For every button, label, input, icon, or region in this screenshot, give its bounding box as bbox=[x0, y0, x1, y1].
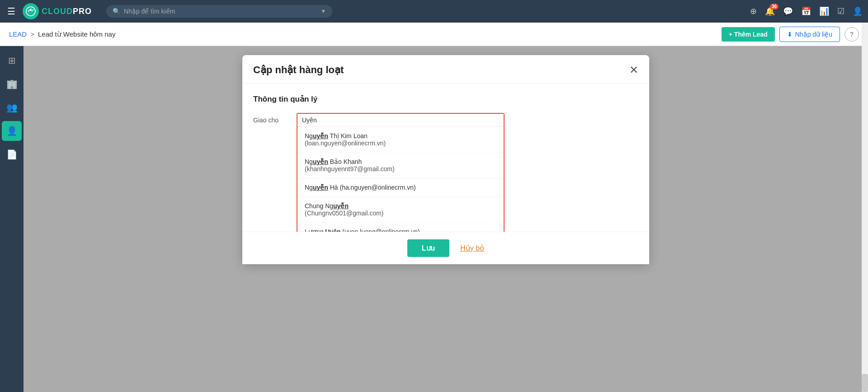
layout: ⊞ 🏢 👥 👤 📄 Cập nhật hàng loạt ✕ bbox=[0, 46, 868, 392]
list-item[interactable]: Nguyễn Hà (ha.nguyen@onlinecrm.vn) bbox=[297, 178, 504, 197]
logo-text: CLOUDPRO bbox=[42, 7, 92, 16]
main-content: Cập nhật hàng loạt ✕ Thông tin quản lý G… bbox=[24, 46, 868, 392]
list-item[interactable]: Nguyễn Bảo Khanh (khanhnguyennt97@gmail.… bbox=[297, 153, 504, 178]
cancel-button[interactable]: Hủy bỏ bbox=[460, 244, 484, 252]
notification-icon[interactable]: 🔔 36 bbox=[765, 6, 775, 16]
sidebar-item-document[interactable]: 📄 bbox=[2, 145, 22, 164]
search-icon: 🔍 bbox=[113, 8, 120, 15]
dropdown-list: Nguyễn Thị Kim Loan (loan.nguyen@onlinec… bbox=[297, 126, 504, 241]
add-lead-button[interactable]: + Thêm Lead bbox=[722, 27, 775, 42]
dropdown-container: Nguyễn Thị Kim Loan (loan.nguyen@onlinec… bbox=[297, 113, 505, 242]
list-item[interactable]: Chung Nguyễn (Chungnv0501@gmail.com) bbox=[297, 197, 504, 223]
search-input[interactable] bbox=[124, 8, 317, 15]
notification-badge: 36 bbox=[770, 4, 778, 9]
add-icon[interactable]: ⊕ bbox=[750, 6, 757, 16]
modal: Cập nhật hàng loạt ✕ Thông tin quản lý G… bbox=[242, 55, 649, 264]
modal-title: Cập nhật hàng loạt bbox=[253, 64, 344, 76]
chat-icon[interactable]: 💬 bbox=[783, 6, 793, 16]
sidebar-item-contacts[interactable]: 👥 bbox=[2, 98, 22, 117]
subbar: LEAD > Lead từ Website hôm nay + Thêm Le… bbox=[0, 23, 868, 46]
search-bar[interactable]: 🔍 ▼ bbox=[106, 5, 332, 18]
list-item[interactable]: Nguyễn Thị Kim Loan (loan.nguyen@onlinec… bbox=[297, 127, 504, 153]
calendar-icon[interactable]: 📅 bbox=[801, 6, 811, 16]
import-icon: ⬇ bbox=[787, 31, 793, 38]
sidebar-item-person[interactable]: 👤 bbox=[2, 121, 22, 141]
breadcrumb-lead[interactable]: LEAD bbox=[9, 30, 27, 38]
person-icon: 👤 bbox=[6, 126, 18, 136]
modal-overlay: Cập nhật hàng loạt ✕ Thông tin quản lý G… bbox=[24, 46, 868, 392]
dropdown-input-row bbox=[297, 114, 504, 126]
search-dropdown-icon: ▼ bbox=[321, 8, 326, 14]
svg-point-1 bbox=[30, 9, 32, 10]
section-title: Thông tin quản lý bbox=[253, 94, 638, 104]
breadcrumb: LEAD > Lead từ Website hôm nay bbox=[9, 30, 115, 38]
modal-header: Cập nhật hàng loạt ✕ bbox=[242, 55, 649, 84]
save-button[interactable]: Lưu bbox=[407, 239, 450, 257]
modal-close-button[interactable]: ✕ bbox=[629, 65, 638, 75]
contacts-icon: 👥 bbox=[6, 102, 18, 113]
breadcrumb-separator: > bbox=[30, 30, 34, 38]
assign-to-input[interactable] bbox=[302, 117, 499, 124]
hamburger-icon[interactable]: ☰ bbox=[5, 4, 17, 19]
page-scrollbar[interactable] bbox=[862, 23, 868, 392]
form-row: Giao cho Nguyễn Thị Kim Loan (loan.nguye bbox=[253, 113, 638, 242]
task-icon[interactable]: ☑ bbox=[837, 6, 844, 16]
logo-icon bbox=[23, 3, 39, 19]
import-data-button[interactable]: ⬇ Nhập dữ liệu bbox=[779, 27, 840, 42]
sidebar-item-dashboard[interactable]: ⊞ bbox=[2, 51, 22, 70]
document-icon: 📄 bbox=[6, 149, 18, 160]
form-label: Giao cho bbox=[253, 113, 289, 124]
sidebar-item-building[interactable]: 🏢 bbox=[2, 74, 22, 94]
topbar: ☰ CLOUDPRO 🔍 ▼ ⊕ 🔔 36 💬 📅 📊 ☑ 👤 bbox=[0, 0, 868, 23]
breadcrumb-current: Lead từ Website hôm nay bbox=[38, 30, 115, 38]
building-icon: 🏢 bbox=[6, 79, 18, 89]
dashboard-icon: ⊞ bbox=[8, 55, 16, 66]
logo: CLOUDPRO bbox=[23, 3, 92, 19]
modal-footer: Lưu Hủy bỏ bbox=[242, 232, 649, 264]
sidebar: ⊞ 🏢 👥 👤 📄 bbox=[0, 46, 24, 392]
scrollbar-thumb bbox=[862, 374, 868, 392]
user-icon[interactable]: 👤 bbox=[853, 6, 863, 16]
chart-icon[interactable]: 📊 bbox=[819, 6, 829, 16]
help-button[interactable]: ? bbox=[844, 27, 859, 42]
svg-point-0 bbox=[26, 7, 35, 16]
topbar-actions: ⊕ 🔔 36 💬 📅 📊 ☑ 👤 bbox=[750, 6, 863, 16]
